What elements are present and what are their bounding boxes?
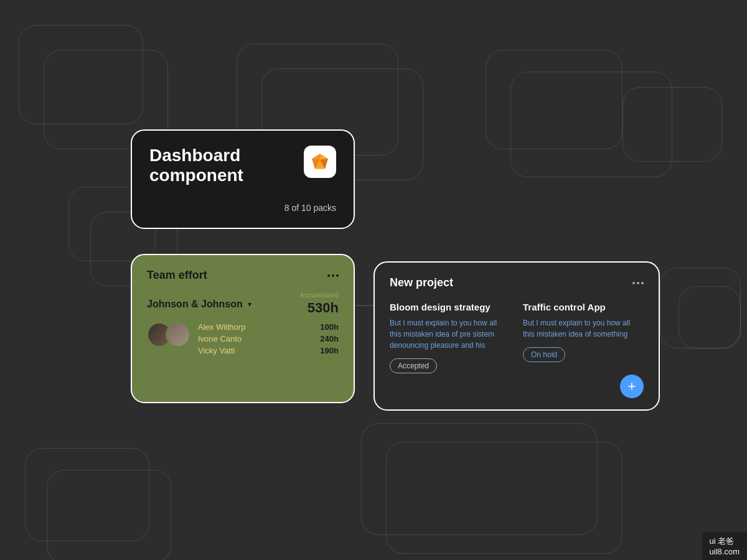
team-effort-card: Team effort Johnson & Johnson ▾ Accumula… [131,254,355,403]
dashboard-card-header: Dashboard component [149,146,336,185]
company-left: Johnson & Johnson ▾ [147,299,251,310]
add-project-button[interactable]: + [620,375,644,398]
menu-dot-2 [637,282,639,284]
accumulated-value: 530h [308,300,339,315]
project-card-title: New project [390,276,453,289]
sketch-icon [310,152,330,172]
main-content: Dashboard component 8 of 10 packs Team e… [0,0,747,560]
member-name-ivone: Ivone Canto [198,334,242,343]
watermark: ui 老爸 uil8.com [702,532,747,560]
table-row: Alex Wilthorp 100h [198,322,339,332]
project2-badge: On hold [523,347,565,362]
member-hours-alex: 100h [320,322,339,332]
avatar-img-2 [167,324,189,346]
member-name-vicky: Vicky Vatti [198,346,235,355]
table-row: Ivone Canto 240h [198,334,339,343]
new-project-card: New project Bloom design strategy But I … [374,261,660,411]
project-card-header: New project [390,276,644,289]
avatar-2 [166,322,190,347]
team-members-section: Alex Wilthorp 100h Ivone Canto 240h Vick… [147,322,339,358]
member-name-alex: Alex Wilthorp [198,322,246,332]
project1-description: But I must explain to you how all this m… [390,317,510,351]
project-col-traffic: Traffic control App But I must explain t… [523,302,644,373]
menu-dot-1 [327,274,330,277]
watermark-line1: ui 老爸 [710,536,735,546]
svg-marker-1 [320,154,328,160]
svg-marker-2 [312,154,320,160]
avatars-stack [147,322,190,347]
team-card-title: Team effort [147,269,207,282]
watermark-line2: uil8.com [710,547,740,556]
project-columns: Bloom design strategy But I must explain… [390,302,644,373]
member-hours-ivone: 240h [320,334,339,343]
menu-dot-3 [641,282,644,284]
project1-badge: Accepted [390,358,437,373]
dashboard-card: Dashboard component 8 of 10 packs [131,129,355,229]
company-row: Johnson & Johnson ▾ Accumulated 530h [147,292,339,316]
member-hours-vicky: 190h [320,346,339,355]
project2-description: But I must explain to you how all this m… [523,317,644,340]
menu-dot-3 [336,274,339,277]
project-card-menu[interactable] [632,282,644,284]
menu-dot-1 [632,282,635,284]
project-col-bloom: Bloom design strategy But I must explain… [390,302,510,373]
menu-dot-2 [332,274,334,277]
company-accumulated: Accumulated 530h [299,292,339,316]
team-card-header: Team effort [147,269,339,282]
accumulated-label: Accumulated [299,292,339,299]
sketch-icon-container [304,146,336,178]
company-name: Johnson & Johnson [147,299,243,310]
dashboard-packs-label: 8 of 10 packs [149,203,336,213]
team-card-menu[interactable] [327,274,339,277]
table-row: Vicky Vatti 190h [198,346,339,355]
project1-title: Bloom design strategy [390,302,510,312]
members-list: Alex Wilthorp 100h Ivone Canto 240h Vick… [198,322,339,358]
dashboard-card-title: Dashboard component [149,146,299,185]
chevron-down-icon[interactable]: ▾ [248,300,251,309]
project2-title: Traffic control App [523,302,644,312]
